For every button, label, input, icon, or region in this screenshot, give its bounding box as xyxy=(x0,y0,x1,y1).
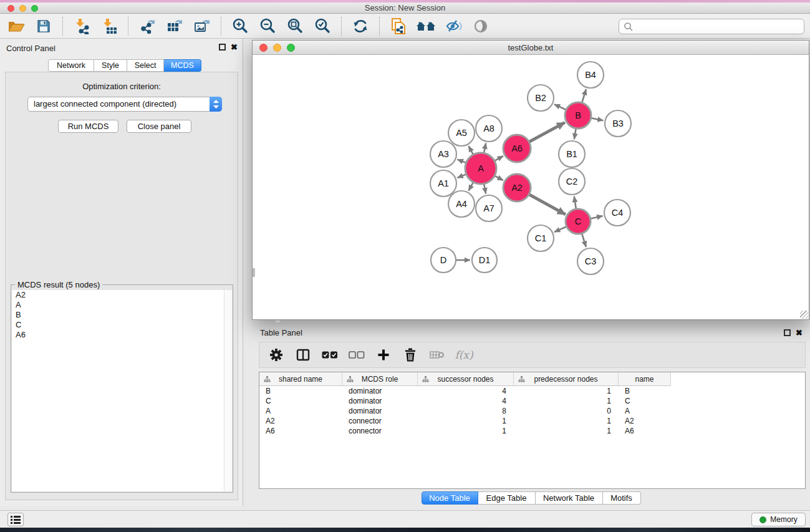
open-file-button[interactable] xyxy=(6,16,26,36)
search-input[interactable] xyxy=(619,19,804,34)
tab-node-table[interactable]: Node Table xyxy=(422,491,478,505)
mcds-result-item[interactable]: A xyxy=(12,300,232,310)
column-header-shared-name[interactable]: shared name xyxy=(259,372,342,386)
graph-node-B[interactable]: B xyxy=(565,102,591,128)
table-settings-button[interactable] xyxy=(267,346,286,364)
export-network-button[interactable] xyxy=(137,16,157,36)
float-panel-icon[interactable] xyxy=(784,329,791,336)
import-network-button[interactable] xyxy=(72,16,92,36)
zoom-fit-button[interactable] xyxy=(285,16,305,36)
close-panel-button[interactable]: Close panel xyxy=(127,120,191,133)
svg-text:C3: C3 xyxy=(585,256,597,266)
tab-style[interactable]: Style xyxy=(94,59,127,72)
hide-graphics-button[interactable] xyxy=(443,16,463,36)
tab-network-table[interactable]: Network Table xyxy=(536,491,603,505)
graph-node-C3[interactable]: C3 xyxy=(577,248,604,274)
task-history-button[interactable] xyxy=(7,513,24,526)
show-graphics-button[interactable] xyxy=(471,16,491,36)
mcds-result-item[interactable]: B xyxy=(12,310,232,320)
mcds-result-item[interactable]: A6 xyxy=(12,330,232,340)
table-row[interactable]: Adominator80A xyxy=(259,406,805,416)
tab-motifs[interactable]: Motifs xyxy=(603,491,641,505)
import-table-button[interactable] xyxy=(99,16,119,36)
mcds-result-item[interactable]: C xyxy=(12,320,232,330)
save-session-button[interactable] xyxy=(34,16,54,36)
column-header-successor-nodes[interactable]: successor nodes xyxy=(418,372,514,386)
graph-node-B4[interactable]: B4 xyxy=(577,62,604,88)
clone-network-button[interactable] xyxy=(388,16,408,36)
window-titlebar[interactable]: Session: New Session xyxy=(0,2,810,14)
toolbar-separator xyxy=(379,17,380,36)
column-header-name[interactable]: name xyxy=(619,372,671,386)
graph-node-B1[interactable]: B1 xyxy=(559,141,585,167)
network-resize-grip[interactable] xyxy=(800,311,808,319)
table-row[interactable]: Bdominator41B xyxy=(259,386,805,396)
graph-node-D1[interactable]: D1 xyxy=(472,248,497,273)
tab-edge-table[interactable]: Edge Table xyxy=(478,491,536,505)
table-row[interactable]: A2connector11A2 xyxy=(259,416,805,426)
network-minimize-button[interactable] xyxy=(273,44,281,52)
add-column-button[interactable] xyxy=(374,346,393,364)
close-window-button[interactable] xyxy=(7,5,14,12)
tab-network[interactable]: Network xyxy=(48,59,94,72)
table-row[interactable]: A6connector11A6 xyxy=(259,426,805,436)
minimize-window-button[interactable] xyxy=(19,5,26,12)
graph-node-C4[interactable]: C4 xyxy=(604,200,630,226)
gear-icon xyxy=(269,348,283,362)
svg-text:A6: A6 xyxy=(511,143,523,153)
show-columns-button[interactable] xyxy=(294,346,312,364)
table-row[interactable]: Cdominator41C xyxy=(259,396,805,406)
tab-mcds[interactable]: MCDS xyxy=(164,59,201,72)
mcds-result-item[interactable]: A2 xyxy=(12,290,232,300)
delete-column-button[interactable] xyxy=(401,346,420,364)
export-image-button[interactable] xyxy=(192,16,212,36)
refresh-button[interactable] xyxy=(350,16,370,36)
delete-table-button[interactable] xyxy=(428,346,446,364)
cell-successor-nodes: 4 xyxy=(418,396,514,406)
select-all-button[interactable] xyxy=(321,346,339,364)
close-panel-icon[interactable]: ✖ xyxy=(796,329,803,336)
graph-node-C[interactable]: C xyxy=(566,209,591,234)
graph-node-A6[interactable]: A6 xyxy=(503,135,531,162)
column-header-predecessor-nodes[interactable]: predecessor nodes xyxy=(514,372,619,386)
tab-select[interactable]: Select xyxy=(127,59,164,72)
graph-node-C2[interactable]: C2 xyxy=(559,168,585,195)
apply-function-button[interactable]: f(x) xyxy=(455,346,473,364)
zoom-window-button[interactable] xyxy=(31,5,38,12)
graph-node-A5[interactable]: A5 xyxy=(448,120,475,146)
graph-node-A1[interactable]: A1 xyxy=(430,170,456,196)
graph-node-A3[interactable]: A3 xyxy=(430,141,456,167)
export-table-button[interactable] xyxy=(165,16,185,36)
criterion-select[interactable]: largest connected component (directed) xyxy=(27,97,222,112)
graph-node-A4[interactable]: A4 xyxy=(448,191,475,217)
graph-node-C1[interactable]: C1 xyxy=(528,225,554,251)
graph-node-B2[interactable]: B2 xyxy=(528,85,554,111)
graph-node-A8[interactable]: A8 xyxy=(476,115,502,142)
memory-button[interactable]: Memory xyxy=(751,513,806,526)
node-table[interactable]: shared nameMCDS rolesuccessor nodesprede… xyxy=(259,372,806,489)
mcds-result-scrollbar[interactable] xyxy=(224,290,232,491)
checked-boxes-icon xyxy=(322,351,338,359)
network-zoom-button[interactable] xyxy=(287,44,295,52)
column-header-mcds-role[interactable]: MCDS role xyxy=(342,372,418,386)
graph-node-B3[interactable]: B3 xyxy=(605,110,631,137)
splitter-thumb[interactable] xyxy=(275,320,281,323)
graph-node-D[interactable]: D xyxy=(431,248,456,273)
memory-label: Memory xyxy=(770,515,797,524)
home-button[interactable] xyxy=(416,16,436,36)
column-type-icon xyxy=(347,376,354,383)
close-panel-icon[interactable]: ✖ xyxy=(231,44,238,51)
network-canvas[interactable]: B4B2BB3A5A8A6A3B1AC2A1A2A4A7C4CC1C3DD1 xyxy=(253,55,809,319)
float-panel-icon[interactable] xyxy=(219,44,226,51)
zoom-out-button[interactable] xyxy=(258,16,277,36)
zoom-selected-button[interactable] xyxy=(312,16,332,36)
network-vertical-scroll-thumb[interactable] xyxy=(253,268,255,277)
run-mcds-button[interactable]: Run MCDS xyxy=(58,120,118,133)
graph-node-A2[interactable]: A2 xyxy=(503,174,531,201)
graph-node-A[interactable]: A xyxy=(465,153,496,184)
graph-node-A7[interactable]: A7 xyxy=(476,195,502,221)
zoom-in-button[interactable] xyxy=(230,16,250,36)
deselect-all-button[interactable] xyxy=(347,346,366,364)
network-window-titlebar[interactable]: testGlobe.txt xyxy=(253,41,809,55)
network-close-button[interactable] xyxy=(259,44,268,52)
